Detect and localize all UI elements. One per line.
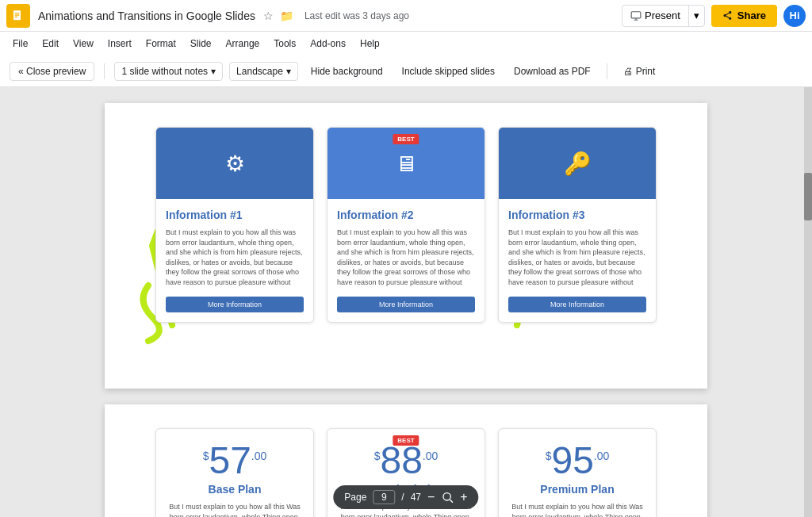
svg-rect-2 [15, 14, 20, 15]
print-bar: « Close preview 1 slide without notes ▾ … [0, 56, 812, 87]
menu-tools[interactable]: Tools [267, 35, 302, 52]
menu-arrange[interactable]: Arrange [220, 35, 266, 52]
plan-name-3: Premium Plan [511, 483, 643, 496]
card-header-1: ⚙ [156, 128, 313, 199]
page-label: Page [344, 492, 366, 503]
present-main[interactable]: Present [622, 6, 689, 26]
card-icon-1: ⚙ [225, 151, 245, 177]
orientation-button[interactable]: Landscape ▾ [229, 62, 298, 81]
price-display-1: $ 57 .00 [169, 442, 301, 480]
menu-view[interactable]: View [67, 35, 100, 52]
price-number-3: 95 [551, 442, 593, 480]
card-text-2: But I must explain to you how all this w… [337, 228, 475, 288]
menu-insert[interactable]: Insert [102, 35, 138, 52]
slides-count-chevron: ▾ [211, 66, 216, 77]
page-total: 47 [411, 492, 421, 503]
price-cents-1: .00 [251, 450, 266, 462]
menu-slide[interactable]: Slide [184, 35, 218, 52]
zoom-icon-button[interactable] [441, 491, 454, 504]
price-number-2: 88 [380, 442, 422, 480]
page-bar: Page / 47 − + [333, 485, 478, 509]
share-label: Share [737, 10, 766, 21]
plan-text-1: But I must explain to you how all this W… [169, 502, 301, 517]
title-bar: Animations and Transitions in Google Sli… [0, 0, 812, 32]
menu-edit[interactable]: Edit [36, 35, 65, 52]
share-button[interactable]: Share [711, 5, 777, 27]
user-avatar[interactable]: Hi [783, 5, 806, 27]
price-cents-2: .00 [423, 450, 438, 462]
page-input[interactable] [373, 490, 395, 504]
printer-icon: 🖨 [623, 66, 633, 77]
print-label: Print [636, 66, 656, 77]
price-cents-3: .00 [594, 450, 609, 462]
best-badge-2: BEST [393, 435, 419, 446]
star-icon[interactable]: ☆ [263, 10, 274, 22]
card-header-2: BEST 🖥 [327, 128, 485, 199]
menu-help[interactable]: Help [354, 35, 386, 52]
price-card-3: $ 95 .00 Premium Plan But I must explain… [498, 428, 657, 517]
more-info-btn-2[interactable]: More Information [337, 297, 475, 312]
close-preview-label: « Close preview [18, 66, 86, 77]
divider2 [607, 63, 607, 79]
price-number-1: 57 [209, 442, 251, 480]
page-separator: / [401, 492, 404, 503]
price-card-1: $ 57 .00 Base Plan But I must explain to… [155, 428, 314, 517]
info-cards-row: ⚙ Information #1 But I must explain to y… [128, 127, 684, 323]
hide-background-label: Hide background [311, 66, 383, 77]
card-text-3: But I must explain to you how all this w… [508, 228, 646, 288]
document-title: Animations and Transitions in Google Sli… [38, 10, 255, 22]
svg-point-7 [443, 493, 450, 500]
zoom-in-button[interactable]: + [460, 490, 467, 504]
present-dropdown-arrow[interactable]: ▾ [689, 6, 704, 26]
plan-name-1: Base Plan [169, 483, 301, 496]
svg-rect-4 [631, 11, 641, 17]
card-text-1: But I must explain to you how all this w… [166, 228, 304, 288]
include-skipped-button[interactable]: Include skipped slides [396, 63, 501, 80]
card-body-2: Information #2 But I must explain to you… [327, 199, 485, 322]
more-info-btn-3[interactable]: More Information [508, 297, 646, 312]
menu-bar: File Edit View Insert Format Slide Arran… [0, 32, 812, 56]
present-button[interactable]: Present ▾ [622, 5, 705, 27]
download-pdf-label: Download as PDF [514, 66, 591, 77]
card-title-3: Information #3 [508, 209, 646, 221]
card-body-3: Information #3 But I must explain to you… [499, 199, 656, 322]
price-display-2: $ 88 .00 [340, 442, 472, 480]
last-edit-label: Last edit was 3 days ago [304, 10, 619, 21]
hide-background-button[interactable]: Hide background [304, 63, 389, 80]
print-button[interactable]: 🖨 Print [617, 63, 662, 80]
best-badge-1: BEST [393, 134, 419, 144]
card-body-1: Information #1 But I must explain to you… [156, 199, 313, 322]
folder-icon[interactable]: 📁 [280, 10, 293, 22]
price-display-3: $ 95 .00 [511, 442, 643, 480]
top-right-actions: Present ▾ Share Hi [622, 5, 806, 27]
close-preview-button[interactable]: « Close preview [10, 62, 94, 81]
orientation-label: Landscape [236, 66, 283, 77]
zoom-out-button[interactable]: − [427, 490, 435, 504]
slides-count-button[interactable]: 1 slide without notes ▾ [114, 62, 223, 81]
price-dollar-2: $ [374, 450, 381, 462]
menu-file[interactable]: File [6, 35, 34, 52]
more-info-btn-1[interactable]: More Information [166, 297, 304, 312]
price-dollar-3: $ [546, 450, 552, 462]
scrollbar-thumb[interactable] [804, 173, 812, 220]
svg-line-8 [450, 500, 453, 503]
download-pdf-button[interactable]: Download as PDF [508, 63, 597, 80]
info-card-1: ⚙ Information #1 But I must explain to y… [155, 127, 314, 323]
orientation-chevron: ▾ [286, 66, 291, 77]
price-dollar-1: $ [203, 450, 209, 462]
svg-rect-1 [15, 13, 20, 13]
slides-container[interactable]: ⚙ Information #1 But I must explain to y… [0, 87, 812, 517]
svg-rect-3 [15, 16, 18, 17]
card-header-3: 🔑 [499, 128, 656, 199]
divider [104, 63, 105, 79]
card-icon-2: 🖥 [395, 151, 417, 177]
menu-addons[interactable]: Add-ons [304, 35, 352, 52]
plan-text-3: But I must explain to you how all this W… [511, 502, 643, 517]
slides-count-label: 1 slide without notes [121, 66, 208, 77]
slide-1: ⚙ Information #1 But I must explain to y… [105, 103, 707, 389]
menu-format[interactable]: Format [140, 35, 182, 52]
card-title-1: Information #1 [166, 209, 304, 221]
scrollbar-track[interactable] [804, 87, 812, 517]
present-label: Present [645, 10, 680, 21]
card-icon-3: 🔑 [564, 151, 592, 177]
